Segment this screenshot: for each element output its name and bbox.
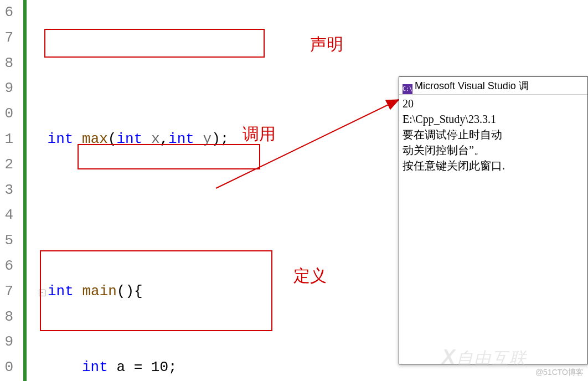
line-number: 8	[0, 305, 13, 330]
console-line: 要在调试停止时自动	[403, 128, 502, 141]
keyword-int: int	[48, 131, 74, 147]
func-name: max	[82, 131, 108, 147]
line-number: 9	[0, 76, 13, 101]
keyword-int: int	[116, 131, 142, 147]
label-declare: 声明	[310, 33, 343, 56]
label-define: 定义	[293, 265, 327, 287]
console-line: 按任意键关闭此窗口.	[403, 159, 505, 172]
change-indicator-bar	[23, 0, 27, 381]
console-line: E:\Cpp_Study\23.3.1	[403, 113, 496, 125]
line-number: 4	[0, 203, 13, 228]
line-number: 9	[0, 329, 13, 355]
keyword-int: int	[168, 131, 194, 147]
line-number: 2	[0, 152, 13, 178]
console-line: 20	[403, 97, 414, 110]
line-number: 3	[0, 178, 13, 203]
console-app-icon: C:\	[403, 84, 412, 94]
line-number: 5	[0, 228, 13, 254]
label-call: 调用	[243, 123, 276, 146]
param-x: x	[151, 131, 160, 147]
console-line: 动关闭控制台”。	[403, 144, 485, 156]
line-number: 6	[0, 0, 13, 25]
func-name: main	[82, 283, 116, 300]
line-number: 0	[0, 101, 13, 127]
keyword-int: int	[48, 283, 74, 300]
line-number: 7	[0, 25, 13, 51]
console-title-text: Microsoft Visual Studio 调	[415, 80, 529, 91]
line-number: 1	[0, 127, 13, 152]
line-number-gutter: 6 7 8 9 0 1 2 3 4 5 6 7 8 9 0	[0, 0, 17, 381]
fold-icon[interactable]: -	[39, 290, 45, 296]
keyword-int: int	[82, 359, 108, 375]
console-titlebar[interactable]: C:\Microsoft Visual Studio 调	[399, 77, 587, 95]
watermark-graphic: X自由互联	[442, 346, 527, 370]
console-output[interactable]: 20 E:\Cpp_Study\23.3.1 要在调试停止时自动 动关闭控制台”…	[399, 95, 587, 174]
line-number: 8	[0, 51, 13, 76]
param-y: y	[203, 131, 212, 147]
line-number: 0	[0, 355, 13, 380]
console-window[interactable]: C:\Microsoft Visual Studio 调 20 E:\Cpp_S…	[399, 76, 588, 364]
watermark-text: @51CTO博客	[535, 368, 584, 378]
line-number: 6	[0, 254, 13, 279]
line-number: 7	[0, 279, 13, 305]
